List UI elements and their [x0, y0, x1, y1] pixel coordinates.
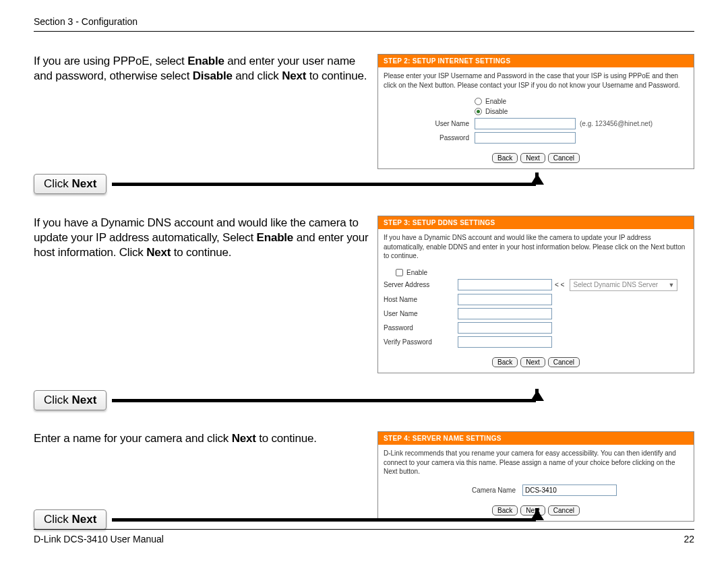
- header-text: Section 3 - Configuration: [34, 16, 138, 27]
- disable-label: Disable: [485, 108, 508, 115]
- arrow-line: [112, 183, 536, 186]
- arrow-head-icon: [530, 509, 544, 520]
- cancel-button[interactable]: Cancel: [548, 357, 580, 367]
- click-next-callout: Click Next: [34, 507, 694, 531]
- ddns-pass-input[interactable]: [458, 322, 552, 334]
- step4-instruction: Enter a name for your camera and click N…: [34, 431, 374, 446]
- click-next-pill: Click Next: [34, 174, 107, 194]
- ddns-enable-checkbox[interactable]: [396, 269, 403, 276]
- arrow-head-icon: [530, 390, 544, 401]
- step3-form: Enable Server Address< <Select Dynamic D…: [378, 266, 694, 353]
- step2-form: Enable Disable User Name(e.g. 123456@hin…: [378, 95, 694, 149]
- click-next-pill: Click Next: [34, 390, 107, 410]
- footer-left: D-Link DCS-3410 User Manual: [34, 534, 164, 544]
- step3-instruction: If you have a Dynamic DNS account and wo…: [34, 216, 374, 259]
- step2-buttons: Back Next Cancel: [378, 149, 694, 168]
- password-input[interactable]: [475, 132, 576, 144]
- footer-page: 22: [684, 534, 694, 544]
- ddns-server-dropdown[interactable]: Select Dynamic DNS Server▼: [570, 279, 677, 291]
- server-address-input[interactable]: [458, 279, 552, 290]
- step2-title: STEP 2: SETUP INTERNET SETTINGS: [378, 55, 694, 67]
- step3-title: STEP 3: SETUP DDNS SETTINGS: [378, 216, 694, 229]
- arrow-line: [112, 518, 536, 522]
- step3-panel: STEP 3: SETUP DDNS SETTINGS If you have …: [377, 216, 694, 373]
- next-button[interactable]: Next: [520, 153, 545, 163]
- username-hint: (e.g. 123456@hinet.net): [580, 120, 653, 127]
- step3-buttons: Back Next Cancel: [378, 353, 694, 373]
- server-address-label: Server Address: [384, 281, 458, 288]
- step3-desc: If you have a Dynamic DNS account and wo…: [378, 229, 694, 266]
- click-next-pill: Click Next: [34, 509, 107, 530]
- password-label: Password: [384, 134, 475, 142]
- chevron-down-icon: ▼: [669, 282, 675, 288]
- dd-prefix: < <: [555, 281, 564, 288]
- page-header: Section 3 - Configuration: [34, 16, 694, 32]
- back-button[interactable]: Back: [492, 153, 518, 163]
- ddns-user-label: User Name: [384, 310, 458, 317]
- enable-radio[interactable]: [475, 98, 482, 105]
- ddns-enable-label: Enable: [406, 269, 427, 276]
- step2-panel: STEP 2: SETUP INTERNET SETTINGS Please e…: [377, 54, 694, 169]
- enable-label: Enable: [485, 98, 506, 105]
- ddns-verify-input[interactable]: [458, 336, 552, 348]
- click-next-callout: Click Next: [34, 171, 694, 195]
- arrow-head-icon: [530, 174, 544, 185]
- camera-name-input[interactable]: [522, 485, 617, 496]
- ddns-pass-label: Password: [384, 324, 458, 332]
- camera-name-label: Camera Name: [455, 487, 522, 494]
- ddns-user-input[interactable]: [458, 308, 552, 319]
- step4-form: Camera Name: [378, 482, 694, 501]
- cancel-button[interactable]: Cancel: [548, 153, 580, 163]
- step4-desc: D-Link recommends that you rename your c…: [378, 445, 694, 482]
- host-label: Host Name: [384, 296, 458, 303]
- step4-title: STEP 4: SERVER NAME SETTINGS: [378, 432, 694, 445]
- disable-radio[interactable]: [475, 108, 482, 115]
- step3-section: If you have a Dynamic DNS account and wo…: [34, 216, 694, 404]
- username-label: User Name: [384, 120, 475, 127]
- step2-instruction: If you are using PPPoE, select Enable an…: [34, 54, 374, 84]
- arrow-line: [112, 399, 536, 402]
- step2-desc: Please enter your ISP Username and Passw…: [378, 67, 694, 95]
- host-input[interactable]: [458, 294, 552, 305]
- back-button[interactable]: Back: [492, 357, 518, 367]
- click-next-callout: Click Next: [34, 387, 694, 412]
- username-input[interactable]: [475, 118, 576, 129]
- page-content: If you are using PPPoE, select Enable an…: [34, 54, 694, 562]
- step2-section: If you are using PPPoE, select Enable an…: [34, 54, 694, 189]
- ddns-verify-label: Verify Password: [384, 338, 458, 346]
- next-button[interactable]: Next: [520, 357, 545, 367]
- step4-section: Enter a name for your camera and click N…: [34, 431, 694, 539]
- page-footer: D-Link DCS-3410 User Manual 22: [34, 529, 694, 544]
